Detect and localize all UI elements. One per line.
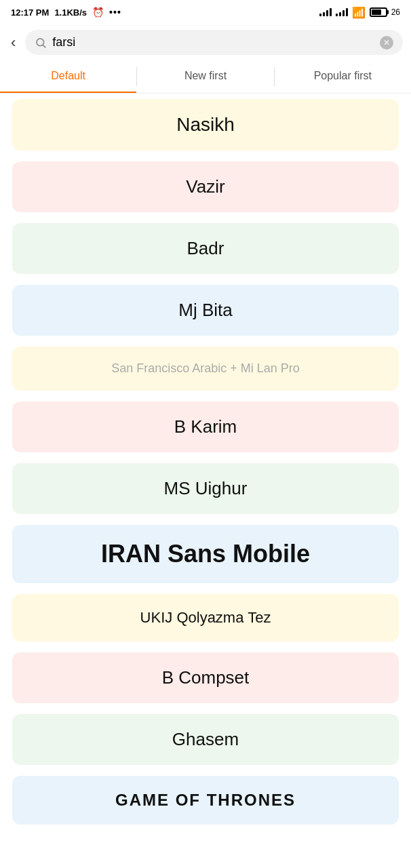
font-item-text-got: GAME OF THRONES	[115, 791, 296, 810]
battery-indicator	[370, 7, 387, 17]
status-bar: 12:17 PM 1.1KB/s ⏰ ••• 📶 26	[0, 0, 411, 24]
clear-button[interactable]: ✕	[380, 36, 393, 50]
search-input-wrap: farsi ✕	[25, 30, 403, 55]
font-item-text-b-karim: B Karim	[174, 416, 237, 437]
font-item-b-karim[interactable]: B Karim	[12, 401, 399, 452]
wifi-icon: 📶	[352, 6, 366, 19]
status-right: 📶 26	[319, 6, 400, 19]
font-item-text-sf-arabic: San Francisco Arabic + Mi Lan Pro	[111, 361, 300, 376]
time-display: 12:17 PM	[11, 7, 49, 18]
font-item-sf-arabic[interactable]: San Francisco Arabic + Mi Lan Pro	[12, 347, 399, 391]
font-item-iran-sans[interactable]: IRAN Sans Mobile	[12, 525, 399, 583]
font-list: NasikhVazirBadrMj BitaSan Francisco Arab…	[0, 94, 411, 830]
search-input[interactable]: farsi	[52, 35, 374, 50]
signal-bars-2	[336, 8, 348, 16]
font-item-text-b-compset: B Compset	[162, 667, 250, 688]
font-item-text-vazir: Vazir	[186, 176, 224, 197]
back-button[interactable]: ‹	[8, 34, 18, 52]
font-item-text-nasikh: Nasikh	[176, 114, 235, 136]
search-bar-row: ‹ farsi ✕	[0, 24, 411, 60]
svg-line-1	[43, 45, 45, 47]
font-item-ms-uighur[interactable]: MS Uighur	[12, 463, 399, 514]
status-left: 12:17 PM 1.1KB/s ⏰ •••	[11, 7, 121, 18]
font-item-vazir[interactable]: Vazir	[12, 161, 399, 212]
font-item-text-ms-uighur: MS Uighur	[164, 478, 248, 499]
font-item-text-iran-sans: IRAN Sans Mobile	[101, 540, 310, 568]
filter-tabs: Default New first Popular first	[0, 60, 411, 94]
more-icon: •••	[109, 7, 121, 18]
font-item-ghasem[interactable]: Ghasem	[12, 714, 399, 765]
tab-default[interactable]: Default	[0, 60, 136, 93]
font-item-text-badr: Badr	[187, 238, 224, 259]
signal-bars-1	[319, 8, 332, 16]
font-item-got[interactable]: GAME OF THRONES	[12, 776, 399, 825]
tab-popular-first[interactable]: Popular first	[275, 60, 411, 93]
font-item-text-mj-bita: Mj Bita	[178, 300, 232, 321]
font-item-b-compset[interactable]: B Compset	[12, 652, 399, 703]
font-item-text-ukij: UKIJ Qolyazma Tez	[140, 609, 271, 627]
tab-new-first[interactable]: New first	[137, 60, 273, 93]
font-item-nasikh[interactable]: Nasikh	[12, 99, 399, 151]
alarm-icon: ⏰	[92, 7, 104, 18]
network-speed: 1.1KB/s	[54, 7, 87, 18]
font-item-text-ghasem: Ghasem	[172, 729, 239, 750]
font-item-badr[interactable]: Badr	[12, 223, 399, 274]
battery-label: 26	[391, 7, 400, 17]
font-item-mj-bita[interactable]: Mj Bita	[12, 285, 399, 336]
font-item-ukij[interactable]: UKIJ Qolyazma Tez	[12, 594, 399, 642]
search-icon	[35, 37, 47, 49]
